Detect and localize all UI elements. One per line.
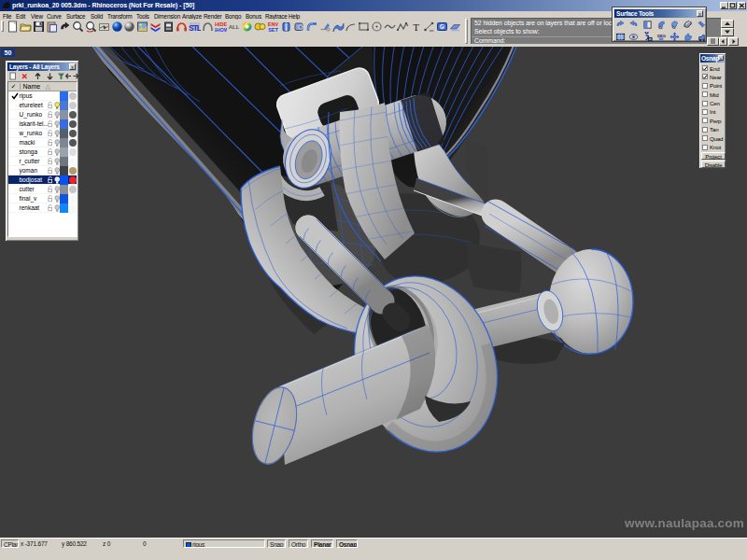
svg-text:ALL: ALL bbox=[229, 24, 240, 30]
svg-text:DEG: DEG bbox=[657, 34, 666, 38]
svg-text:T: T bbox=[413, 21, 419, 33]
svg-text:SHOW: SHOW bbox=[215, 27, 227, 33]
svg-text:www.naulapaa.com: www.naulapaa.com bbox=[624, 516, 744, 530]
svg-text:STL: STL bbox=[189, 23, 201, 33]
svg-text:SET: SET bbox=[268, 27, 278, 33]
